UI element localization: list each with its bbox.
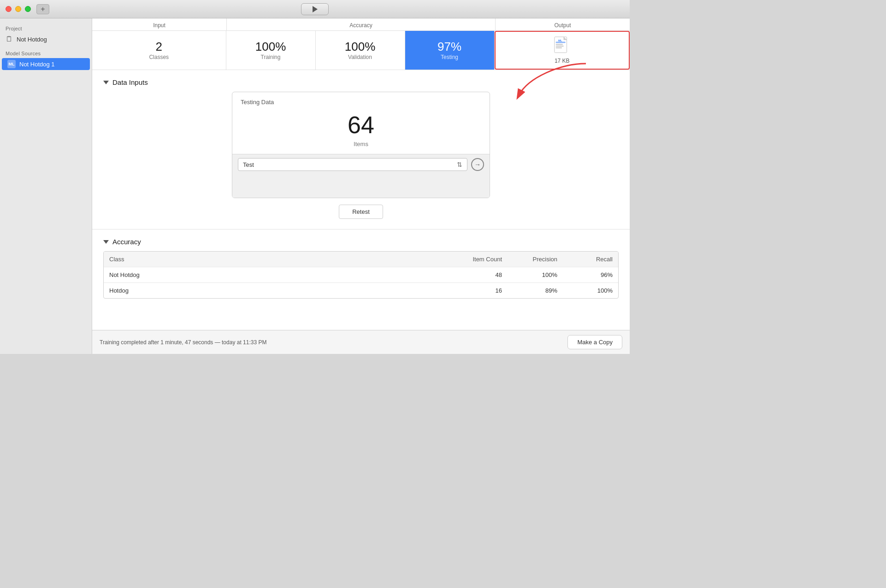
row2-class: Hotdog xyxy=(104,283,452,298)
bottom-bar: Training completed after 1 minute, 47 se… xyxy=(92,330,630,354)
accuracy-table: Class Item Count Precision Recall Not Ho… xyxy=(103,251,619,299)
table-row: Hotdog 16 89% 100% xyxy=(104,283,618,298)
retest-button[interactable]: Retest xyxy=(339,205,383,219)
minimize-button[interactable] xyxy=(15,6,21,12)
collapse-triangle-icon[interactable] xyxy=(103,81,109,84)
accuracy-header: Accuracy xyxy=(227,18,496,30)
test-select-value: Test xyxy=(243,161,254,168)
output-icon: ML 17 KB xyxy=(554,36,570,64)
svg-rect-5 xyxy=(556,47,562,48)
testing-sublabel: Testing xyxy=(441,54,458,60)
make-copy-button[interactable]: Make a Copy xyxy=(567,335,622,349)
validation-sublabel: Validation xyxy=(348,54,372,60)
table-row: Not Hotdog 48 100% 96% xyxy=(104,267,618,283)
row1-item-count: 48 xyxy=(452,267,508,282)
sidebar: Project 🗒 Not Hotdog Model Sources ML No… xyxy=(0,18,92,354)
validation-value: 100% xyxy=(345,40,376,53)
svg-rect-2 xyxy=(556,41,566,43)
stats-header-row: Input Accuracy Output xyxy=(92,18,630,31)
section-content: Data Inputs Testing Data 64 Items Test ⇅… xyxy=(92,70,630,330)
test-select[interactable]: Test ⇅ xyxy=(238,158,467,171)
mlmodel-file-icon: ML xyxy=(554,36,570,56)
row2-item-count: 16 xyxy=(452,283,508,298)
svg-rect-4 xyxy=(556,46,564,47)
sidebar-item-model-source[interactable]: ML Not Hotdog 1 xyxy=(2,58,90,70)
training-value: 100% xyxy=(255,40,286,53)
row1-precision: 100% xyxy=(508,267,563,282)
row2-precision: 89% xyxy=(508,283,563,298)
svg-rect-3 xyxy=(556,44,563,45)
output-size: 17 KB xyxy=(555,58,570,64)
navigate-button[interactable]: → xyxy=(471,158,484,171)
col-recall: Recall xyxy=(563,252,618,267)
close-button[interactable] xyxy=(6,6,12,12)
training-stat-cell: 100% Training xyxy=(226,31,316,70)
main-container: Project 🗒 Not Hotdog Model Sources ML No… xyxy=(0,18,630,354)
accuracy-header-section: Accuracy xyxy=(92,229,630,251)
new-tab-button[interactable]: + xyxy=(36,4,49,14)
accuracy-collapse-triangle-icon[interactable] xyxy=(103,240,109,244)
ml-icon: ML xyxy=(7,60,16,68)
play-button[interactable] xyxy=(301,3,329,15)
input-sublabel: Classes xyxy=(149,54,169,60)
stats-values-row: 2 Classes 100% Training 100% Validation … xyxy=(92,31,630,70)
card-number: 64 xyxy=(232,109,490,141)
project-item-label: Not Hotdog xyxy=(17,36,47,43)
testing-data-card: Testing Data 64 Items Test ⇅ → xyxy=(232,92,490,198)
col-precision: Precision xyxy=(508,252,563,267)
row1-recall: 96% xyxy=(563,267,618,282)
table-header-row: Class Item Count Precision Recall xyxy=(104,252,618,267)
col-class: Class xyxy=(104,252,452,267)
titlebar: + xyxy=(0,0,630,18)
play-icon xyxy=(313,6,318,12)
col-item-count: Item Count xyxy=(452,252,508,267)
status-text: Training completed after 1 minute, 47 se… xyxy=(100,339,266,346)
row1-class: Not Hotdog xyxy=(104,267,452,282)
accuracy-label: Accuracy xyxy=(112,238,141,246)
card-sublabel: Items xyxy=(232,141,490,154)
accuracy-section: Accuracy Class Item Count Precision Reca… xyxy=(92,229,630,299)
data-inputs-label: Data Inputs xyxy=(112,78,148,86)
row2-recall: 100% xyxy=(563,283,618,298)
svg-text:ML: ML xyxy=(558,39,562,42)
card-title: Testing Data xyxy=(232,92,490,109)
maximize-button[interactable] xyxy=(25,6,31,12)
data-inputs-header: Data Inputs xyxy=(92,70,630,92)
stepper-icon: ⇅ xyxy=(457,161,462,168)
model-source-label: Not Hotdog 1 xyxy=(19,61,55,68)
card-empty-area xyxy=(232,175,490,198)
validation-stat-cell: 100% Validation xyxy=(316,31,405,70)
model-sources-section-label: Model Sources xyxy=(0,51,92,56)
training-sublabel: Training xyxy=(261,54,281,60)
input-value: 2 xyxy=(156,40,162,53)
window-controls xyxy=(6,6,31,12)
output-stat-cell[interactable]: ML 17 KB xyxy=(495,31,630,70)
document-icon: 🗒 xyxy=(6,35,13,43)
sidebar-item-project[interactable]: 🗒 Not Hotdog xyxy=(0,33,92,45)
input-header: Input xyxy=(92,18,227,30)
testing-value: 97% xyxy=(437,40,461,53)
retest-area: Retest xyxy=(103,198,619,225)
content-area: Input Accuracy Output 2 Classes 100% Tra… xyxy=(92,18,630,354)
stats-container: Input Accuracy Output 2 Classes 100% Tra… xyxy=(92,18,630,70)
data-inputs-area: Testing Data 64 Items Test ⇅ → Retest xyxy=(92,92,630,225)
project-section-label: Project xyxy=(0,26,92,31)
input-stat-cell: 2 Classes xyxy=(92,31,226,70)
testing-stat-cell[interactable]: 97% Testing xyxy=(405,31,495,70)
output-header: Output xyxy=(496,18,630,30)
card-footer: Test ⇅ → xyxy=(232,154,490,175)
